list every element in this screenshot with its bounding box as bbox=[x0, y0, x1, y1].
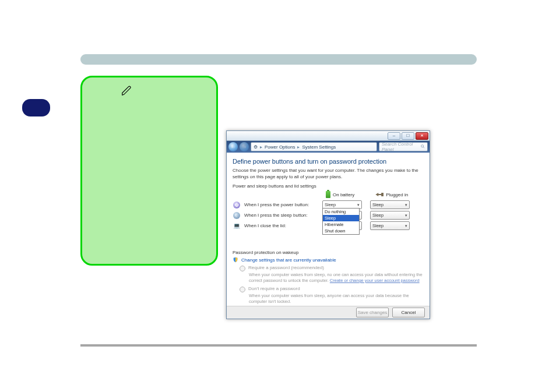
column-on-battery: On battery bbox=[333, 192, 354, 197]
radio-dont-require-password-label: Don't require a password bbox=[248, 286, 300, 292]
label-password-section: Password protection on wakeup bbox=[233, 250, 424, 255]
section-power-buttons-label: Power and sleep buttons and lid settings bbox=[233, 183, 424, 189]
shield-icon bbox=[233, 257, 238, 263]
green-callout-box bbox=[80, 76, 218, 266]
radio-dont-require-password: Don't require a password bbox=[240, 286, 424, 292]
search-icon bbox=[421, 144, 425, 149]
search-placeholder: Search Control Panel bbox=[382, 142, 419, 152]
sleep-button-icon bbox=[233, 212, 240, 219]
window-titlebar: – □ × bbox=[227, 131, 430, 141]
dropdown-sleep-plugged[interactable]: Sleep ▾ bbox=[370, 211, 410, 220]
dropdown-value: Sleep bbox=[372, 223, 383, 228]
link-change-unavailable-settings[interactable]: Change settings that are currently unava… bbox=[241, 257, 336, 263]
search-input[interactable]: Search Control Panel bbox=[379, 142, 428, 151]
page-heading: Define power buttons and turn on passwor… bbox=[233, 158, 424, 165]
lid-icon: 💻 bbox=[233, 223, 240, 229]
close-button[interactable]: × bbox=[416, 132, 428, 140]
chevron-down-icon: ▾ bbox=[357, 203, 360, 207]
chevron-down-icon: ▾ bbox=[405, 213, 407, 218]
section-password-protection: Password protection on wakeup Change set… bbox=[233, 250, 424, 305]
save-changes-button[interactable]: Save changes bbox=[356, 308, 389, 317]
label-lid: When I close the lid: bbox=[244, 223, 322, 228]
decorative-top-bar bbox=[80, 54, 477, 65]
decorative-bottom-bar bbox=[80, 344, 477, 347]
svg-point-0 bbox=[421, 145, 424, 147]
crumb-system-settings[interactable]: System Settings bbox=[302, 144, 336, 150]
svg-line-1 bbox=[423, 147, 424, 148]
dropdown-power-plugged[interactable]: Sleep ▾ bbox=[370, 200, 410, 209]
battery-icon bbox=[326, 191, 330, 198]
dropdown-option-do-nothing[interactable]: Do nothing bbox=[323, 209, 359, 215]
dialog-button-bar: Save changes Cancel bbox=[227, 306, 430, 319]
radio-require-password: Require a password (recommended) bbox=[240, 265, 424, 271]
dropdown-lid-plugged[interactable]: Sleep ▾ bbox=[370, 221, 410, 230]
cancel-button[interactable]: Cancel bbox=[392, 308, 425, 317]
radio-require-password-label: Require a password (recommended) bbox=[248, 265, 324, 271]
dropdown-option-shut-down[interactable]: Shut down bbox=[323, 228, 359, 234]
radio-button-icon bbox=[240, 287, 245, 292]
power-options-window: – □ × ← → ⚙ ▸ Power Options ▸ System Set… bbox=[226, 130, 430, 319]
dropdown-value: Sleep bbox=[325, 202, 336, 207]
label-power-button: When I press the power button: bbox=[244, 202, 322, 207]
decorative-pill bbox=[22, 99, 50, 116]
chevron-down-icon: ▾ bbox=[405, 224, 407, 228]
back-button[interactable]: ← bbox=[228, 142, 238, 151]
dropdown-value: Sleep bbox=[372, 213, 383, 218]
plug-icon bbox=[375, 193, 383, 196]
pen-icon bbox=[121, 84, 133, 97]
page-description: Choose the power settings that you want … bbox=[233, 167, 424, 180]
control-panel-icon: ⚙ bbox=[254, 144, 258, 150]
radio-dont-require-password-desc: When your computer wakes from sleep, any… bbox=[249, 293, 424, 305]
dropdown-power-on-battery[interactable]: Sleep ▾ Do nothing Sleep Hibernate Shut … bbox=[322, 200, 362, 209]
radio-button-icon bbox=[240, 266, 245, 271]
label-sleep-button: When I press the sleep button: bbox=[244, 213, 322, 218]
dropdown-power-on-battery-list: Do nothing Sleep Hibernate Shut down bbox=[322, 208, 360, 235]
dropdown-option-sleep[interactable]: Sleep bbox=[323, 215, 359, 221]
nav-row: ← → ⚙ ▸ Power Options ▸ System Settings … bbox=[227, 141, 430, 153]
row-power-button: When I press the power button: Sleep ▾ D… bbox=[233, 200, 424, 209]
forward-button[interactable]: → bbox=[240, 142, 249, 151]
breadcrumb[interactable]: ⚙ ▸ Power Options ▸ System Settings bbox=[251, 142, 377, 151]
column-headers: On battery Plugged in bbox=[326, 191, 424, 198]
chevron-down-icon: ▾ bbox=[405, 203, 407, 207]
maximize-button[interactable]: □ bbox=[402, 132, 414, 140]
content-area: Define power buttons and turn on passwor… bbox=[227, 153, 430, 306]
dropdown-option-hibernate[interactable]: Hibernate bbox=[323, 221, 359, 228]
link-create-password: Create or change your user account passw… bbox=[330, 278, 420, 283]
power-button-icon bbox=[233, 202, 240, 209]
radio-require-password-desc: When your computer wakes from sleep, no … bbox=[249, 272, 424, 284]
minimize-button[interactable]: – bbox=[388, 132, 400, 140]
crumb-power-options[interactable]: Power Options bbox=[265, 144, 295, 150]
dropdown-value: Sleep bbox=[372, 202, 383, 207]
column-plugged-in: Plugged in bbox=[386, 192, 408, 197]
